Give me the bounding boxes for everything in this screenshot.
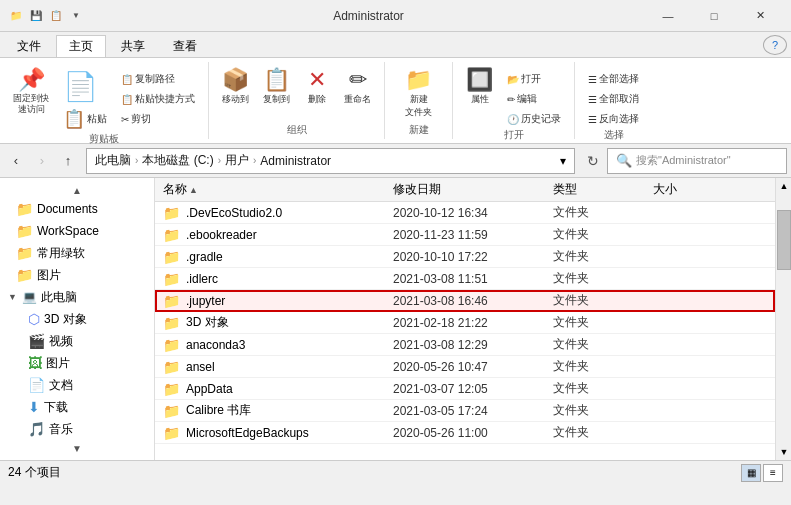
tab-view[interactable]: 查看 [160, 35, 210, 57]
new-folder-button[interactable]: 📁 新建文件夹 [400, 66, 437, 122]
copy-path-button[interactable]: 📋 复制路径 [116, 70, 200, 88]
properties-label: 属性 [471, 93, 489, 106]
col-header-size[interactable]: 大小 [653, 181, 767, 198]
breadcrumb-dropdown[interactable]: ▾ [560, 154, 566, 168]
sidebar-item-docs[interactable]: 📄 文档 [0, 374, 154, 396]
invert-selection-button[interactable]: ☰ 反向选择 [583, 110, 644, 128]
title-icon-2: 💾 [28, 8, 44, 24]
ribbon-group-open: 🔲 属性 📂 打开 ✏ 编辑 🕐 历史记录 打开 [461, 62, 575, 139]
sidebar-scroll-down[interactable]: ▼ [0, 440, 154, 456]
table-row[interactable]: 📁 Calibre 书库 2021-03-05 17:24 文件夹 [155, 400, 775, 422]
forward-button[interactable]: › [30, 149, 54, 173]
select-all-button[interactable]: ☰ 全部选择 [583, 70, 644, 88]
sidebar-item-pictures[interactable]: 📁 图片 [0, 264, 154, 286]
close-button[interactable]: ✕ [737, 0, 783, 32]
breadcrumb-computer[interactable]: 此电脑 [95, 152, 131, 169]
breadcrumb-drive[interactable]: 本地磁盘 (C:) [142, 152, 213, 169]
table-row[interactable]: 📁 3D 对象 2021-02-18 21:22 文件夹 [155, 312, 775, 334]
pin-icon: 📌 [18, 69, 45, 91]
breadcrumb-users[interactable]: 用户 [225, 152, 249, 169]
table-row[interactable]: 📁 .DevEcoStudio2.0 2020-10-12 16:34 文件夹 [155, 202, 775, 224]
col-header-type[interactable]: 类型 [553, 181, 653, 198]
properties-button[interactable]: 🔲 属性 [461, 66, 498, 109]
sidebar-item-common-soft[interactable]: 📁 常用绿软 [0, 242, 154, 264]
sidebar-this-pc[interactable]: ▼ 💻 此电脑 [0, 286, 154, 308]
copy-to-button[interactable]: 📋 复制到 [258, 66, 295, 109]
table-row[interactable]: 📁 .idlerc 2021-03-08 11:51 文件夹 [155, 268, 775, 290]
3d-icon: ⬡ [28, 311, 40, 327]
file-date: 2020-10-12 16:34 [393, 206, 553, 220]
paste-shortcut-button[interactable]: 📋 粘贴快捷方式 [116, 90, 200, 108]
table-row[interactable]: 📁 ansel 2020-05-26 10:47 文件夹 [155, 356, 775, 378]
sidebar-scroll-up[interactable]: ▲ [0, 182, 154, 198]
pin-quick-access-button[interactable]: 📌 固定到快速访问 [8, 66, 54, 118]
copy-button[interactable]: 📄 [58, 70, 112, 104]
history-icon: 🕐 [507, 114, 519, 125]
grid-view-button[interactable]: ▦ [741, 464, 761, 482]
organize-label: 组织 [217, 123, 376, 139]
rename-button[interactable]: ✏ 重命名 [339, 66, 376, 109]
cut-button[interactable]: ✂ 剪切 [116, 110, 200, 128]
tab-share[interactable]: 共享 [108, 35, 158, 57]
table-row[interactable]: 📁 .jupyter 2021-03-08 16:46 文件夹 [155, 290, 775, 312]
table-row[interactable]: 📁 AppData 2021-03-07 12:05 文件夹 [155, 378, 775, 400]
sidebar: ▲ 📁 Documents 📁 WorkSpace 📁 常用绿软 📁 图片 ▼ … [0, 178, 155, 460]
edit-button[interactable]: ✏ 编辑 [502, 90, 566, 108]
table-row[interactable]: 📁 .ebookreader 2020-11-23 11:59 文件夹 [155, 224, 775, 246]
sidebar-item-video[interactable]: 🎬 视频 [0, 330, 154, 352]
up-button[interactable]: ↑ [56, 149, 80, 173]
select-label: 选择 [583, 128, 644, 144]
paste-shortcut-icon: 📋 [121, 94, 133, 105]
minimize-button[interactable]: — [645, 0, 691, 32]
ribbon-group-clipboard: 📌 固定到快速访问 📄 📋 粘贴 📋 复制路径 📋 [8, 62, 209, 139]
delete-button[interactable]: ✕ 删除 [299, 66, 335, 109]
sidebar-item-images[interactable]: 🖼 图片 [0, 352, 154, 374]
help-button[interactable]: ? [763, 35, 787, 55]
scroll-down-btn[interactable]: ▼ [776, 444, 791, 460]
scroll-up-btn[interactable]: ▲ [776, 178, 791, 194]
open-button[interactable]: 📂 打开 [502, 70, 566, 88]
sidebar-item-documents[interactable]: 📁 Documents [0, 198, 154, 220]
breadcrumb-sep-3: › [253, 155, 256, 166]
move-to-button[interactable]: 📦 移动到 [217, 66, 254, 109]
title-dropdown-icon[interactable]: ▼ [68, 8, 84, 24]
col-header-name[interactable]: 名称 ▲ [163, 181, 393, 198]
clipboard-label: 剪贴板 [8, 132, 200, 148]
file-type: 文件夹 [553, 380, 653, 397]
deselect-all-label: 全部取消 [599, 92, 639, 106]
sidebar-label-pictures: 图片 [37, 267, 61, 284]
history-button[interactable]: 🕐 历史记录 [502, 110, 566, 128]
breadcrumb-admin[interactable]: Administrator [260, 154, 331, 168]
ribbon-group-new: 📁 新建文件夹 新建 [393, 62, 453, 139]
table-row[interactable]: 📁 MicrosoftEdgeBackups 2020-05-26 11:00 … [155, 422, 775, 444]
folder-icon: 📁 [163, 381, 180, 397]
file-name-text: Calibre 书库 [186, 402, 251, 419]
invert-icon: ☰ [588, 114, 597, 125]
file-type: 文件夹 [553, 424, 653, 441]
file-name-text: 3D 对象 [186, 314, 229, 331]
sidebar-item-download[interactable]: ⬇ 下载 [0, 396, 154, 418]
refresh-button[interactable]: ↻ [581, 148, 605, 174]
maximize-button[interactable]: □ [691, 0, 737, 32]
tab-file[interactable]: 文件 [4, 35, 54, 57]
scrollbar[interactable]: ▲ ▼ [775, 178, 791, 460]
copy-to-label: 复制到 [263, 93, 290, 106]
search-bar[interactable]: 🔍 搜索"Administrator" [607, 148, 787, 174]
scroll-thumb[interactable] [777, 210, 791, 270]
back-button[interactable]: ‹ [4, 149, 28, 173]
title-icon-1: 📁 [8, 8, 24, 24]
select-small-col: ☰ 全部选择 ☰ 全部取消 ☰ 反向选择 [583, 66, 644, 128]
list-view-button[interactable]: ≡ [763, 464, 783, 482]
paste-button[interactable]: 📋 粘贴 [58, 106, 112, 132]
sidebar-item-3d[interactable]: ⬡ 3D 对象 [0, 308, 154, 330]
file-name-text: ansel [186, 360, 215, 374]
table-row[interactable]: 📁 anaconda3 2021-03-08 12:29 文件夹 [155, 334, 775, 356]
col-header-date[interactable]: 修改日期 [393, 181, 553, 198]
file-name: 📁 ansel [163, 359, 393, 375]
sidebar-item-workspace[interactable]: 📁 WorkSpace [0, 220, 154, 242]
tab-home[interactable]: 主页 [56, 35, 106, 57]
sidebar-item-music[interactable]: 🎵 音乐 [0, 418, 154, 440]
deselect-all-button[interactable]: ☰ 全部取消 [583, 90, 644, 108]
table-row[interactable]: 📁 .gradle 2020-10-10 17:22 文件夹 [155, 246, 775, 268]
images-icon: 🖼 [28, 355, 42, 371]
